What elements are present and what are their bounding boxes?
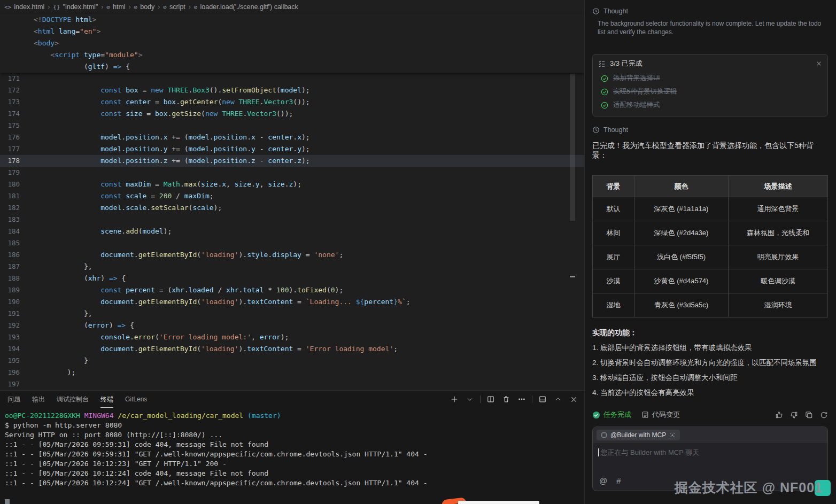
hashtag-icon[interactable]: # (616, 476, 621, 485)
line-number: 180 (0, 179, 25, 190)
sticky-scroll: <!DOCTYPE html><html lang="en"><body><sc… (0, 14, 584, 73)
code-line[interactable]: 177model.position.y += (model.position.y… (0, 143, 584, 155)
breadcrumb-item[interactable]: ⊘script (163, 3, 185, 11)
feature-item: 1. 底部居中的背景选择按钮组，带有玻璃拟态效果 (592, 343, 827, 353)
code-line[interactable]: 179 (0, 167, 584, 179)
todo-item: 适配移动端样式 (598, 98, 822, 112)
panel-tabs-holder: 问题输出调试控制台终端GitLens (7, 391, 159, 408)
line-number: 197 (0, 378, 25, 390)
copy-icon[interactable] (805, 411, 813, 419)
code-area[interactable]: 171172const box = new THREE.Box3().setFr… (0, 73, 584, 390)
code-line[interactable]: 190document.getElementById('loading').te… (0, 296, 584, 308)
sticky-line[interactable]: <script type="module"> (0, 49, 584, 61)
kill-terminal-button[interactable] (501, 394, 512, 405)
breadcrumb-separator: › (129, 3, 131, 11)
task-complete-icon (592, 411, 600, 419)
toolbar-divider (480, 396, 481, 403)
thought-label: Thought (603, 7, 628, 15)
thought-text: The background selector functionality is… (598, 19, 827, 36)
terminal-line: oo@PC-20211228GXKH MINGW64 /e/car_model_… (5, 411, 584, 421)
line-number: 182 (0, 202, 25, 214)
bg-table-header-row: 背景颜色场景描述 (593, 176, 828, 197)
sticky-line[interactable]: (gltf) => { (0, 61, 584, 73)
code-line[interactable]: 173const center = box.getCenter(new THRE… (0, 96, 584, 108)
sticky-line[interactable]: <html lang="en"> (0, 26, 584, 37)
code-line[interactable]: 175 (0, 120, 584, 131)
watermark: 掘金技术社区 @ NF001 (675, 479, 831, 497)
more-actions-button[interactable] (516, 394, 527, 405)
ide-window: <>index.html›{}"index.html"›⊘html›⊘body›… (0, 0, 836, 504)
close-panel-button[interactable] (568, 394, 579, 405)
check-circle-icon (601, 88, 608, 96)
regenerate-icon[interactable] (820, 411, 828, 419)
thumbs-down-icon[interactable] (790, 411, 798, 419)
breadcrumb-item[interactable]: {}"index.html" (53, 3, 98, 11)
code-line[interactable]: 185 (0, 237, 584, 249)
mention-icon[interactable]: @ (599, 476, 607, 485)
editor-scrollbar[interactable] (570, 74, 575, 221)
code-line[interactable]: 197 (0, 378, 584, 390)
code-line[interactable]: 192(error) => { (0, 320, 584, 331)
line-number: 187 (0, 261, 25, 273)
maximize-panel-button[interactable] (553, 394, 563, 405)
code-line[interactable]: 188(xhr) => { (0, 273, 584, 284)
close-icon[interactable] (816, 60, 822, 67)
code-line[interactable]: 178model.position.z += (model.position.z… (0, 155, 584, 167)
code-line[interactable]: 186document.getElementById('loading').st… (0, 249, 584, 261)
thought-header: Thought (592, 7, 827, 15)
breadcrumb-label: body (140, 3, 154, 11)
code-line[interactable]: 189const percent = (xhr.loaded / xhr.tot… (0, 284, 584, 296)
code-line[interactable]: 187}, (0, 261, 584, 273)
table-cell: 浅白色 (#f5f5f5) (634, 245, 729, 269)
sticky-line[interactable]: <!DOCTYPE html> (0, 14, 584, 26)
code-line[interactable]: 171 (0, 73, 584, 84)
preview-peek-window[interactable] (458, 501, 539, 504)
code-line[interactable]: 193console.error('Error loading model:',… (0, 331, 584, 343)
panel-tab[interactable]: 终端 (100, 391, 113, 408)
breadcrumb-item[interactable]: <>index.html (4, 3, 44, 11)
breadcrumb-item[interactable]: ⊘body (134, 3, 155, 11)
table-header-cell: 背景 (593, 176, 634, 197)
chat-input-field[interactable]: 您正在与 Builder with MCP 聊天 (593, 443, 827, 474)
thought-icon (592, 7, 600, 15)
code-line[interactable]: 180const maxDim = Math.max(size.x, size.… (0, 179, 584, 190)
code-changes-button[interactable]: 代码变更 (641, 410, 680, 420)
new-terminal-button[interactable] (449, 394, 460, 405)
line-number: 183 (0, 214, 25, 226)
code-line[interactable]: 194document.getElementById('loading').te… (0, 343, 584, 355)
table-cell: 默认 (593, 197, 634, 221)
panel-tab[interactable]: 输出 (32, 391, 45, 408)
code-line[interactable]: 176model.position.x += (model.position.x… (0, 131, 584, 143)
code-line[interactable]: 181const scale = 200 / maxDim; (0, 190, 584, 202)
code-line[interactable]: 184scene.add(model); (0, 226, 584, 237)
code-line[interactable]: 191}, (0, 308, 584, 320)
code-line[interactable]: 174const size = box.getSize(new THREE.Ve… (0, 108, 584, 120)
panel-tab[interactable]: 问题 (7, 391, 20, 408)
breadcrumb: <>index.html›{}"index.html"›⊘html›⊘body›… (0, 0, 584, 14)
code-line[interactable]: 183 (0, 214, 584, 226)
line-number: 190 (0, 296, 25, 308)
breadcrumb-item[interactable]: ⊘loader.load('./scene.gltf') callback (194, 3, 298, 11)
thumbs-up-icon[interactable] (775, 411, 783, 419)
panel-layout-button[interactable] (537, 394, 548, 405)
code-line[interactable]: 182model.scale.setScalar(scale); (0, 202, 584, 214)
panel-tab[interactable]: GitLens (125, 391, 147, 408)
code-line[interactable]: 196); (0, 367, 584, 378)
code-line[interactable]: 172const box = new THREE.Box3().setFromO… (0, 84, 584, 96)
terminal-profile-dropdown[interactable] (465, 394, 475, 405)
split-terminal-button[interactable] (485, 394, 496, 405)
agent-context-chip[interactable]: @Builder with MCP (597, 430, 680, 440)
terminal-output[interactable]: oo@PC-20211228GXKH MINGW64 /e/car_model_… (0, 408, 584, 504)
line-number: 188 (0, 273, 25, 284)
panel-tab[interactable]: 调试控制台 (57, 391, 89, 408)
task-status: 任务完成 (592, 410, 631, 420)
table-row: 沙漠沙黄色 (#d4a574)暖色调沙漠 (593, 269, 828, 293)
line-number: 181 (0, 190, 25, 202)
sticky-line[interactable]: <body> (0, 37, 584, 49)
breadcrumb-separator: › (158, 3, 160, 11)
table-row: 展厅浅白色 (#f5f5f5)明亮展厅效果 (593, 245, 828, 269)
breadcrumb-item[interactable]: ⊘html (106, 3, 125, 11)
line-number: 194 (0, 343, 25, 355)
code-line[interactable]: 195} (0, 355, 584, 367)
table-cell: 深灰色 (#1a1a1a) (634, 197, 729, 221)
